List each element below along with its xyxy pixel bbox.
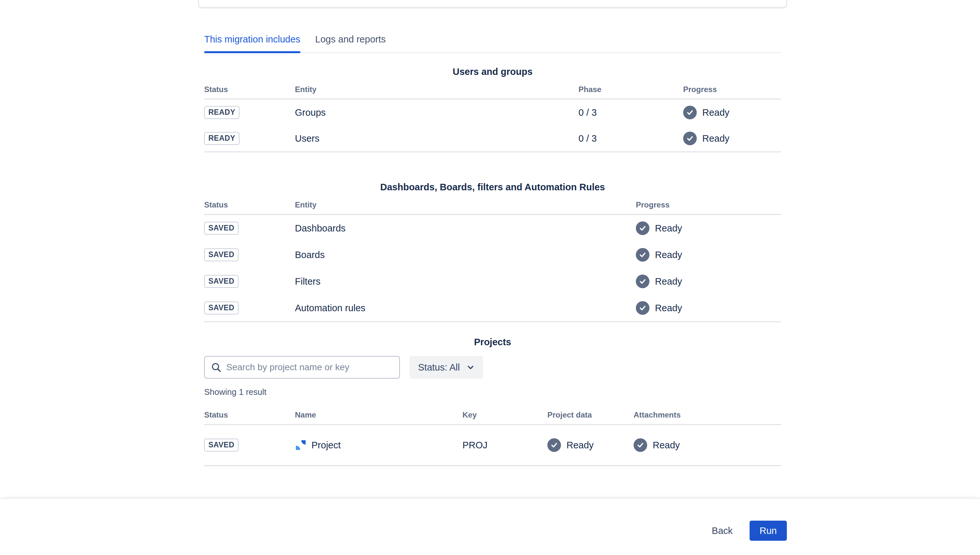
- project-key: PROJ: [463, 440, 548, 451]
- status-badge: READY: [204, 106, 240, 119]
- results-count: Showing 1 result: [204, 387, 781, 397]
- column-header-status: Status: [204, 411, 295, 420]
- tab-this-migration-includes[interactable]: This migration includes: [204, 34, 300, 52]
- status-badge: READY: [204, 132, 240, 145]
- table-row: SAVED Boards Ready: [204, 242, 781, 268]
- tab-logs-and-reports[interactable]: Logs and reports: [315, 34, 386, 52]
- column-header-entity: Entity: [295, 85, 578, 94]
- table-row: SAVED Dashboards Ready: [204, 215, 781, 242]
- entity-label: Dashboards: [295, 223, 636, 234]
- phase-value: 0 / 3: [578, 133, 683, 144]
- progress-label: Ready: [702, 133, 730, 144]
- table-row: READY Groups 0 / 3 Ready: [204, 99, 781, 125]
- check-circle-icon: [683, 106, 697, 119]
- users-groups-title: Users and groups: [204, 66, 781, 77]
- project-name: Project: [311, 440, 341, 451]
- search-icon: [211, 362, 222, 373]
- progress-label: Ready: [655, 303, 682, 313]
- progress-label: Ready: [702, 107, 730, 118]
- phase-value: 0 / 3: [578, 107, 683, 118]
- dashboards-table: SAVED Dashboards Ready SAVED Boards Read…: [204, 215, 781, 322]
- column-header-progress: Progress: [636, 201, 781, 209]
- entity-label: Boards: [295, 250, 636, 260]
- projects-table-header: Status Name Key Project data Attachments: [204, 411, 781, 425]
- column-header-name: Name: [295, 411, 463, 420]
- column-header-status: Status: [204, 85, 295, 94]
- tab-bar: This migration includes Logs and reports: [204, 34, 781, 53]
- check-circle-icon: [683, 132, 697, 145]
- migration-details-content: This migration includes Logs and reports…: [204, 0, 781, 466]
- dashboards-table-header: Status Entity Progress: [204, 201, 781, 215]
- entity-label: Filters: [295, 276, 636, 287]
- column-header-phase: Phase: [578, 85, 683, 94]
- column-header-key: Key: [463, 411, 548, 420]
- progress-label: Ready: [655, 276, 682, 287]
- status-badge: SAVED: [204, 302, 239, 314]
- progress-label: Ready: [655, 223, 682, 234]
- column-header-status: Status: [204, 201, 295, 209]
- projects-table: SAVED Project PROJ Ready Ready: [204, 425, 781, 466]
- column-header-progress: Progress: [683, 85, 781, 94]
- check-circle-icon: [634, 438, 647, 452]
- table-row: SAVED Project PROJ Ready Ready: [204, 425, 781, 465]
- status-badge: SAVED: [204, 275, 239, 288]
- column-header-attachments: Attachments: [634, 411, 781, 420]
- projects-section-title: Projects: [204, 337, 781, 348]
- entity-label: Users: [295, 133, 578, 144]
- check-circle-icon: [636, 274, 649, 288]
- check-circle-icon: [636, 301, 649, 315]
- chevron-down-icon: [466, 363, 475, 372]
- column-header-project-data: Project data: [548, 411, 634, 420]
- users-groups-table: READY Groups 0 / 3 Ready READY Users 0 /…: [204, 99, 781, 152]
- status-badge: SAVED: [204, 439, 239, 452]
- projects-controls: Status: All: [204, 356, 781, 379]
- attachments-status: Ready: [653, 440, 680, 451]
- entity-label: Groups: [295, 107, 578, 118]
- dashboards-section-title: Dashboards, Boards, filters and Automati…: [204, 181, 781, 192]
- search-input[interactable]: [226, 362, 394, 372]
- status-badge: SAVED: [204, 248, 239, 261]
- column-header-entity: Entity: [295, 201, 636, 209]
- users-groups-table-header: Status Entity Phase Progress: [204, 85, 781, 99]
- run-button[interactable]: Run: [749, 521, 787, 541]
- jira-project-icon: [295, 439, 307, 451]
- progress-label: Ready: [655, 250, 682, 260]
- table-row: READY Users 0 / 3 Ready: [204, 125, 781, 151]
- wizard-footer: Back Run: [0, 498, 980, 555]
- table-row: SAVED Filters Ready: [204, 268, 781, 295]
- check-circle-icon: [636, 248, 649, 261]
- entity-label: Automation rules: [295, 303, 636, 313]
- status-filter-dropdown[interactable]: Status: All: [410, 356, 483, 379]
- project-search-field[interactable]: [204, 356, 400, 379]
- table-row: SAVED Automation rules Ready: [204, 295, 781, 321]
- status-badge: SAVED: [204, 222, 239, 235]
- project-data-status: Ready: [567, 440, 594, 451]
- status-filter-label: Status: All: [418, 362, 460, 373]
- back-button[interactable]: Back: [708, 521, 736, 541]
- check-circle-icon: [548, 438, 561, 452]
- check-circle-icon: [636, 221, 649, 235]
